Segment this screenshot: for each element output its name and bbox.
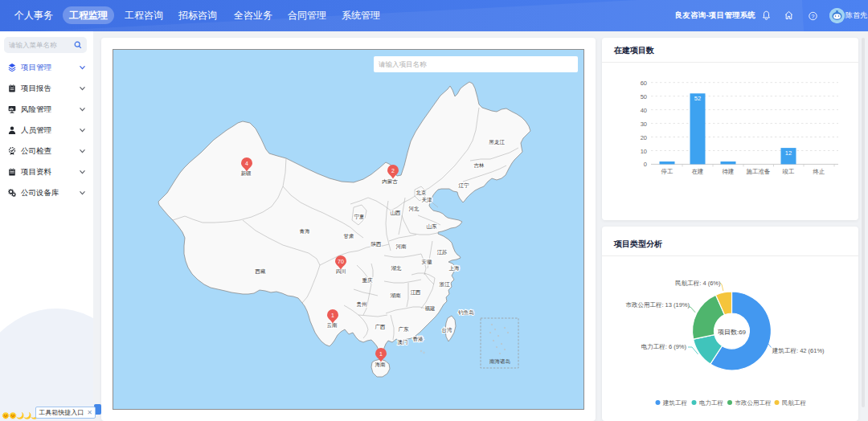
svg-text:内蒙古: 内蒙古 xyxy=(382,178,398,185)
svg-text:山西: 山西 xyxy=(391,210,402,215)
svg-text:青海: 青海 xyxy=(300,228,311,235)
svg-text:南海诸岛: 南海诸岛 xyxy=(489,358,510,365)
svg-text:山东: 山东 xyxy=(427,223,438,229)
svg-text:1: 1 xyxy=(379,351,383,357)
svg-text:江西: 江西 xyxy=(411,289,422,296)
svg-text:12: 12 xyxy=(785,149,792,157)
svg-text:市政公用工程: 13 (19%): 市政公用工程: 13 (19%) xyxy=(625,301,690,309)
svg-text:项目数:69: 项目数:69 xyxy=(718,329,747,336)
svg-text:云南: 云南 xyxy=(327,322,338,328)
svg-text:贵州: 贵州 xyxy=(357,301,367,308)
svg-text:施工准备: 施工准备 xyxy=(747,168,771,175)
svg-text:10: 10 xyxy=(641,148,647,155)
svg-text:30: 30 xyxy=(641,121,647,128)
svg-text:60: 60 xyxy=(641,80,647,87)
svg-text:台湾: 台湾 xyxy=(442,327,453,333)
svg-text:建筑工程: 42 (61%): 建筑工程: 42 (61%) xyxy=(772,347,825,354)
svg-text:澳门: 澳门 xyxy=(398,339,408,345)
svg-text:4: 4 xyxy=(245,161,248,166)
svg-text:民航工程: 民航工程 xyxy=(782,399,807,407)
svg-text:福建: 福建 xyxy=(425,305,436,312)
svg-text:电力工程: 电力工程 xyxy=(699,399,724,407)
svg-text:广东: 广东 xyxy=(399,326,410,332)
svg-text:待建: 待建 xyxy=(723,168,735,175)
svg-text:停工: 停工 xyxy=(661,168,674,175)
svg-text:市政公用工程: 市政公用工程 xyxy=(735,399,772,407)
svg-text:湖北: 湖北 xyxy=(391,265,403,272)
svg-text:吉林: 吉林 xyxy=(474,162,485,169)
svg-text:香港: 香港 xyxy=(413,336,424,342)
svg-text:广西: 广西 xyxy=(375,324,387,329)
svg-text:0: 0 xyxy=(644,161,647,168)
svg-text:新疆: 新疆 xyxy=(241,170,252,177)
svg-text:重庆: 重庆 xyxy=(362,277,374,283)
svg-text:浙江: 浙江 xyxy=(440,281,451,288)
svg-text:天津: 天津 xyxy=(422,197,433,203)
svg-text:竣工: 竣工 xyxy=(783,168,796,175)
svg-text:在建: 在建 xyxy=(692,168,704,175)
svg-text:海南: 海南 xyxy=(375,362,387,368)
svg-text:西藏: 西藏 xyxy=(255,268,267,274)
svg-text:建筑工程: 建筑工程 xyxy=(662,399,688,407)
svg-text:辽宁: 辽宁 xyxy=(459,182,470,188)
svg-text:黑龙江: 黑龙江 xyxy=(489,139,505,145)
svg-text:民航工程: 4 (6%): 民航工程: 4 (6%) xyxy=(675,280,721,287)
svg-text:上海: 上海 xyxy=(449,265,461,272)
svg-text:2: 2 xyxy=(391,168,395,174)
svg-text:52: 52 xyxy=(694,95,701,102)
svg-text:湖南: 湖南 xyxy=(391,292,402,298)
svg-text:50: 50 xyxy=(641,93,647,100)
svg-text:1: 1 xyxy=(331,313,334,318)
svg-text:终止: 终止 xyxy=(813,168,825,175)
svg-text:河北: 河北 xyxy=(409,206,420,212)
svg-text:河南: 河南 xyxy=(396,243,407,250)
svg-text:20: 20 xyxy=(641,134,647,141)
svg-text:江苏: 江苏 xyxy=(437,249,448,255)
svg-text:?: ? xyxy=(812,13,815,18)
svg-text:钓鱼岛: 钓鱼岛 xyxy=(457,309,474,315)
svg-text:安徽: 安徽 xyxy=(422,259,433,265)
svg-text:北京: 北京 xyxy=(416,190,428,196)
svg-text:电力工程: 6 (9%): 电力工程: 6 (9%) xyxy=(641,343,687,350)
svg-text:甘肃: 甘肃 xyxy=(344,233,355,239)
svg-text:70: 70 xyxy=(338,259,344,264)
svg-text:宁夏: 宁夏 xyxy=(354,214,365,220)
svg-text:陕西: 陕西 xyxy=(371,241,383,247)
svg-text:40: 40 xyxy=(641,107,647,114)
